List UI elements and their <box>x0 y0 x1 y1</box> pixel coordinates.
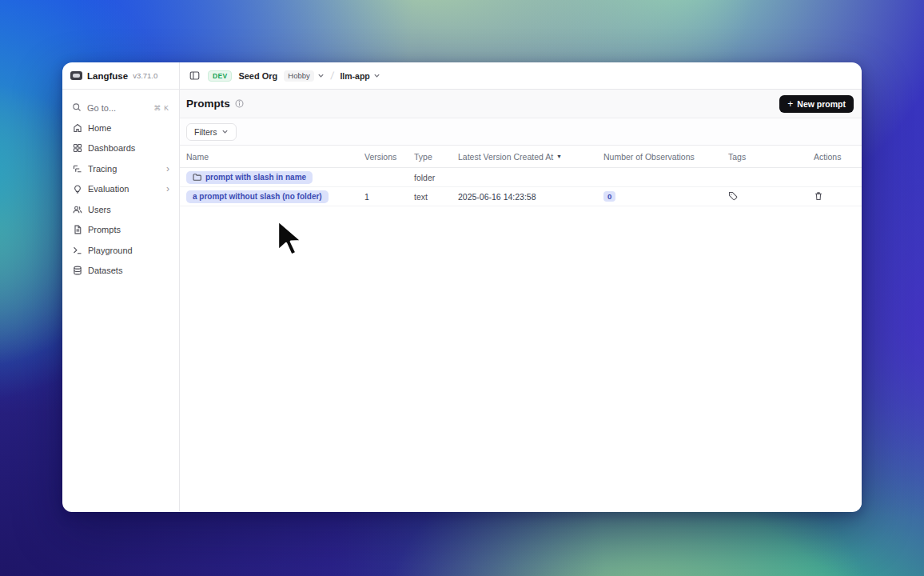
column-header-name[interactable]: Name <box>186 152 364 162</box>
sidebar-item-dashboards[interactable]: Dashboards <box>62 138 179 159</box>
sidebar-item-prompts[interactable]: Prompts <box>62 220 179 241</box>
table-row[interactable]: a prompt without slash (no folder) 1 tex… <box>180 187 862 206</box>
goto-search[interactable]: Go to... ⌘ K <box>62 98 179 118</box>
main-content: Prompts + New prompt Filters <box>180 90 862 511</box>
table-row[interactable]: prompt with slash in name folder <box>180 168 862 187</box>
sidebar-nav: Home Dashboards Tracing › <box>62 118 179 281</box>
chevron-right-icon[interactable]: › <box>166 184 169 194</box>
tags-cell <box>728 191 814 202</box>
page-header: Prompts + New prompt <box>180 90 862 118</box>
plan-badge: Hobby <box>284 70 313 82</box>
tag-icon[interactable] <box>728 191 738 201</box>
column-header-actions[interactable]: Actions <box>814 152 862 162</box>
new-prompt-button[interactable]: + New prompt <box>779 95 854 113</box>
prompt-name: a prompt without slash (no folder) <box>193 192 322 201</box>
chevron-down-icon <box>221 128 229 135</box>
search-icon <box>72 102 82 114</box>
sidebar-item-datasets[interactable]: Datasets <box>62 261 179 282</box>
dashboards-grid-icon <box>72 143 82 153</box>
column-header-type[interactable]: Type <box>414 152 458 162</box>
org-name[interactable]: Seed Org <box>238 71 277 81</box>
playground-terminal-icon <box>72 246 82 255</box>
prompt-name: prompt with slash in name <box>205 173 306 182</box>
filters-button[interactable]: Filters <box>186 123 237 141</box>
column-header-number-of-observations[interactable]: Number of Observations <box>603 152 728 162</box>
sidebar: Go to... ⌘ K Home Dashboards <box>62 90 180 511</box>
langfuse-logo-icon <box>70 71 82 80</box>
sidebar-item-label: Prompts <box>88 225 169 234</box>
prompts-table: Name Versions Type Latest Version Create… <box>180 146 862 206</box>
table-header-row: Name Versions Type Latest Version Create… <box>180 146 862 168</box>
goto-label: Go to... <box>87 103 148 113</box>
evaluation-lightbulb-icon <box>72 184 82 194</box>
type-cell: folder <box>414 173 458 182</box>
sidebar-item-label: Playground <box>88 246 169 255</box>
sidebar-item-label: Dashboards <box>88 143 169 153</box>
env-badge: DEV <box>208 70 232 82</box>
filters-bar: Filters <box>180 118 862 146</box>
actions-cell <box>814 191 862 202</box>
brand-name: Langfuse <box>87 71 128 81</box>
column-header-latest-version-created-at[interactable]: Latest Version Created At ▼ <box>458 152 603 162</box>
chevron-down-icon <box>373 72 380 79</box>
plus-icon: + <box>787 98 793 110</box>
sidebar-item-label: Tracing <box>88 164 161 174</box>
chevron-right-icon[interactable]: › <box>166 164 169 174</box>
sidebar-item-users[interactable]: Users <box>62 199 179 220</box>
top-bar: Langfuse v3.71.0 DEV Seed Org Hobby / <box>62 62 862 90</box>
sidebar-item-playground[interactable]: Playground <box>62 240 179 261</box>
project-name: llm-app <box>340 71 369 81</box>
new-prompt-label: New prompt <box>797 99 846 109</box>
sort-desc-icon: ▼ <box>556 154 562 159</box>
desktop-background: Langfuse v3.71.0 DEV Seed Org Hobby / <box>0 0 924 576</box>
breadcrumb: DEV Seed Org Hobby / llm-app <box>180 62 862 89</box>
type-cell: text <box>414 192 458 202</box>
sidebar-item-tracing[interactable]: Tracing › <box>62 158 179 179</box>
column-header-tags[interactable]: Tags <box>728 152 814 162</box>
sidebar-item-evaluation[interactable]: Evaluation › <box>62 179 179 200</box>
observations-cell: 0 <box>603 191 728 202</box>
users-icon <box>72 205 82 214</box>
sidebar-item-label: Home <box>88 123 169 133</box>
column-header-versions[interactable]: Versions <box>364 152 414 162</box>
sidebar-toggle-icon[interactable] <box>188 69 201 82</box>
name-cell: a prompt without slash (no folder) <box>186 190 364 203</box>
folder-icon <box>193 173 201 182</box>
sidebar-item-label: Evaluation <box>88 184 161 194</box>
observations-count-badge: 0 <box>603 191 615 202</box>
tracing-list-tree-icon <box>72 164 82 174</box>
sidebar-item-label: Datasets <box>88 266 169 275</box>
column-header-label: Latest Version Created At <box>458 152 553 162</box>
app-body: Go to... ⌘ K Home Dashboards <box>62 90 862 511</box>
app-version: v3.71.0 <box>133 71 157 80</box>
brand-area: Langfuse v3.71.0 <box>62 62 180 89</box>
info-icon[interactable] <box>235 99 244 108</box>
sidebar-item-home[interactable]: Home <box>62 118 179 138</box>
langfuse-app-window: Langfuse v3.71.0 DEV Seed Org Hobby / <box>62 62 862 512</box>
latest-version-cell: 2025-06-16 14:23:58 <box>458 192 603 202</box>
chevron-down-icon <box>317 72 325 79</box>
breadcrumb-separator: / <box>330 70 335 82</box>
datasets-database-icon <box>72 266 82 275</box>
trash-icon[interactable] <box>814 191 823 201</box>
project-dropdown[interactable]: llm-app <box>340 71 380 81</box>
prompt-name-pill[interactable]: a prompt without slash (no folder) <box>186 190 329 203</box>
name-cell: prompt with slash in name <box>186 171 364 184</box>
filters-label: Filters <box>194 127 217 137</box>
goto-shortcut: ⌘ K <box>153 104 169 112</box>
org-plan-dropdown[interactable]: Hobby <box>284 70 324 82</box>
home-icon <box>72 123 82 133</box>
folder-name-pill[interactable]: prompt with slash in name <box>186 171 313 184</box>
prompts-file-icon <box>72 225 82 234</box>
versions-cell: 1 <box>364 192 414 202</box>
page-title: Prompts <box>186 98 230 110</box>
sidebar-item-label: Users <box>88 205 169 214</box>
